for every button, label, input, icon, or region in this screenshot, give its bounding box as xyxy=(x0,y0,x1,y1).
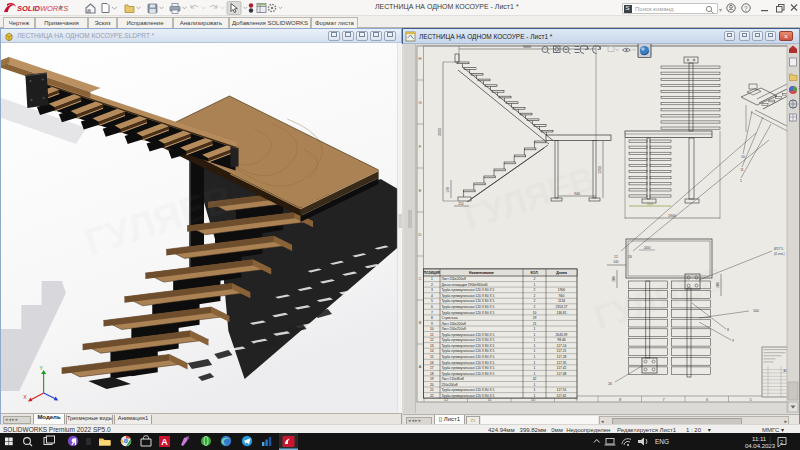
svg-text:C: C xyxy=(419,276,422,281)
svg-text:Длина: Длина xyxy=(556,271,567,275)
svg-text:17: 17 xyxy=(430,366,434,370)
svg-text:3000: 3000 xyxy=(438,128,442,136)
svg-text:117.48: 117.48 xyxy=(557,372,567,376)
svg-text:1: 1 xyxy=(534,333,536,337)
svg-text:1: 1 xyxy=(534,372,536,376)
svg-text:2353.27: 2353.27 xyxy=(556,305,568,309)
svg-text:Труба прямоугольная 120 X 80: Труба прямоугольная 120 X 80 X 5 xyxy=(442,299,495,303)
svg-text:B: B xyxy=(419,320,422,325)
svg-text:5000: 5000 xyxy=(523,45,531,49)
svg-text:1: 1 xyxy=(534,338,536,342)
svg-text:4: 4 xyxy=(431,294,433,298)
svg-text:Труба прямоугольная 120 X 80: Труба прямоугольная 120 X 80 X 5 xyxy=(442,372,495,376)
svg-text:20: 20 xyxy=(430,383,434,387)
svg-text:117.14: 117.14 xyxy=(557,344,567,348)
svg-text:1: 1 xyxy=(534,344,536,348)
svg-text:Труба прямоугольная 120 X 80: Труба прямоугольная 120 X 80 X 5 xyxy=(442,355,495,359)
svg-text:Ø17.5: Ø17.5 xyxy=(774,247,783,251)
svg-text:Труба прямоугольная 120 X 80: Труба прямоугольная 120 X 80 X 5 xyxy=(442,388,495,392)
svg-text:1: 1 xyxy=(740,179,742,183)
svg-text:Лист 200х200х8: Лист 200х200х8 xyxy=(442,322,466,326)
svg-text:117.21: 117.21 xyxy=(557,349,567,353)
svg-text:11:11: 11:11 xyxy=(752,436,767,442)
svg-text:250х200х8: 250х200х8 xyxy=(442,383,458,387)
svg-text:КОЛ.: КОЛ. xyxy=(531,271,539,275)
svg-text:21: 21 xyxy=(533,322,537,326)
svg-text:117.42: 117.42 xyxy=(557,366,567,370)
svg-text:42: 42 xyxy=(533,377,537,381)
svg-text:6: 6 xyxy=(431,305,433,309)
svg-text:Лист 210х80х8: Лист 210х80х8 xyxy=(442,377,465,381)
svg-text:2: 2 xyxy=(534,305,536,309)
svg-text:26: 26 xyxy=(628,255,632,259)
svg-text:14: 14 xyxy=(430,349,434,353)
svg-text:1: 1 xyxy=(534,361,536,365)
svg-text:А4: А4 xyxy=(783,369,787,373)
svg-text:Труба прямоугольная 120 X 80: Труба прямоугольная 120 X 80 X 5 xyxy=(442,349,495,353)
svg-text:3: 3 xyxy=(431,288,433,292)
svg-text:Труба прямоугольная 120 X 80: Труба прямоугольная 120 X 80 X 5 xyxy=(442,338,495,342)
svg-text:10: 10 xyxy=(533,311,537,315)
svg-text:10: 10 xyxy=(741,155,745,159)
svg-text:1: 1 xyxy=(534,327,536,331)
svg-text:98.46: 98.46 xyxy=(557,338,565,342)
svg-text:2: 2 xyxy=(534,294,536,298)
svg-text:Труба прямоугольная 120 X 80: Труба прямоугольная 120 X 80 X 5 xyxy=(442,366,495,370)
svg-text:12: 12 xyxy=(614,255,618,259)
svg-text:170: 170 xyxy=(446,187,450,193)
svg-text:Труба прямоугольная 120 X 80: Труба прямоугольная 120 X 80 X 5 xyxy=(442,294,495,298)
svg-text:Лист 200х200х8: Лист 200х200х8 xyxy=(442,277,466,281)
svg-text:22: 22 xyxy=(430,394,434,398)
svg-text:1: 1 xyxy=(534,388,536,392)
svg-text:10: 10 xyxy=(430,327,434,331)
svg-text:E: E xyxy=(419,188,422,193)
svg-text:Наименование: Наименование xyxy=(469,271,494,275)
svg-text:Труба прямоугольная 120 X 80: Труба прямоугольная 120 X 80 X 5 xyxy=(442,344,495,348)
svg-text:19: 19 xyxy=(430,377,434,381)
svg-text:Доска площадки 1900х940х40: Доска площадки 1900х940х40 xyxy=(442,283,488,287)
svg-text:A: A xyxy=(419,364,422,369)
svg-text:1: 1 xyxy=(534,366,536,370)
svg-text:117.62: 117.62 xyxy=(557,394,567,398)
svg-text:1: 1 xyxy=(431,277,433,281)
svg-text:2: 2 xyxy=(534,277,536,281)
svg-text:1134: 1134 xyxy=(558,299,565,303)
svg-text:Труба прямоугольная 120 X 80: Труба прямоугольная 120 X 80 X 5 xyxy=(442,288,495,292)
svg-text:12: 12 xyxy=(430,338,434,342)
svg-text:15: 15 xyxy=(430,355,434,359)
svg-text:11: 11 xyxy=(430,333,434,337)
svg-text:16: 16 xyxy=(430,361,434,365)
svg-text:Труба прямоугольная 120 X 80: Труба прямоугольная 120 X 80 X 5 xyxy=(442,394,495,398)
svg-text:200: 200 xyxy=(612,276,616,282)
svg-text:21: 21 xyxy=(430,388,434,392)
svg-text:2400: 2400 xyxy=(644,246,651,250)
svg-text:ENG: ENG xyxy=(655,438,669,445)
svg-text:8: 8 xyxy=(727,328,729,332)
svg-text:1: 1 xyxy=(534,355,536,359)
svg-text:117.55: 117.55 xyxy=(557,388,567,392)
svg-text:2643.39: 2643.39 xyxy=(556,333,568,337)
svg-text:940: 940 xyxy=(559,294,565,298)
svg-text:8: 8 xyxy=(431,316,433,320)
svg-text:7: 7 xyxy=(431,311,433,315)
svg-text:117.35: 117.35 xyxy=(557,361,567,365)
svg-text:Труба прямоугольная 120 X 80: Труба прямоугольная 120 X 80 X 5 xyxy=(442,333,495,337)
svg-text:500: 500 xyxy=(753,309,759,313)
svg-text:26: 26 xyxy=(608,382,612,386)
svg-text:11: 11 xyxy=(740,168,744,172)
svg-text:1: 1 xyxy=(534,283,536,287)
svg-text:2: 2 xyxy=(534,288,536,292)
svg-text:240: 240 xyxy=(613,260,619,264)
svg-text:ПОЗИЦИЯ: ПОЗИЦИЯ xyxy=(424,271,441,275)
svg-text:Ступенька: Ступенька xyxy=(442,316,458,320)
svg-text:1900: 1900 xyxy=(558,288,566,292)
svg-text:2: 2 xyxy=(534,299,536,303)
svg-text:Труба прямоугольная 120 X 80: Труба прямоугольная 120 X 80 X 5 xyxy=(442,305,495,309)
svg-text:1200: 1200 xyxy=(598,166,602,174)
svg-text:A: A xyxy=(161,437,168,447)
svg-text:Труба прямоугольная 120 X 80: Труба прямоугольная 120 X 80 X 5 xyxy=(442,361,495,365)
svg-text:1: 1 xyxy=(534,349,536,353)
svg-text:D: D xyxy=(419,232,422,237)
svg-text:1: 1 xyxy=(534,383,536,387)
svg-text:13: 13 xyxy=(430,344,434,348)
